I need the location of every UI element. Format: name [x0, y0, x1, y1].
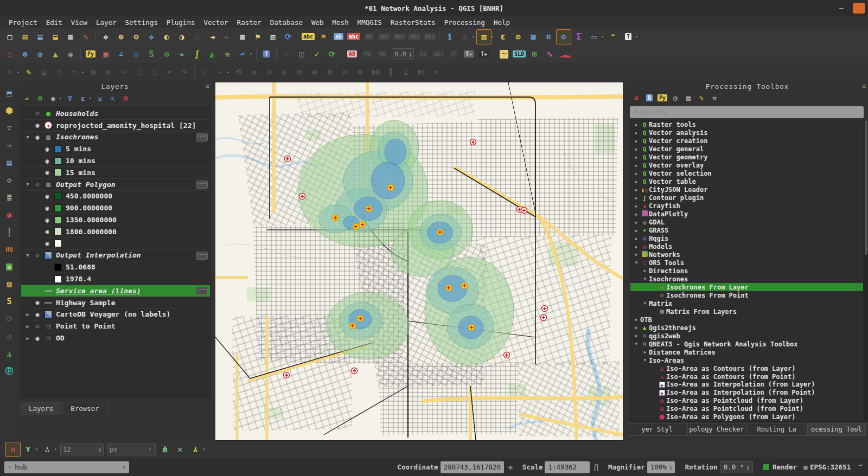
layer-row-51-0688[interactable]: 51.0688	[21, 261, 210, 273]
layout-manager-icon[interactable]: ▦	[63, 30, 78, 44]
visibility-eye-icon[interactable]: ◉	[32, 121, 43, 129]
quickosm-icon[interactable]: ⊙	[2, 260, 16, 274]
visibility-eye-icon[interactable]: ◉	[42, 204, 53, 212]
change-label-icon[interactable]: abc	[392, 30, 406, 44]
processing-toolbox-icon[interactable]: ⚙	[557, 30, 571, 44]
text-bigger-icon[interactable]: T+	[477, 47, 491, 61]
dsm-tool-icon[interactable]: ◭	[205, 47, 219, 61]
cityjson-loader-icon[interactable]: ┋	[2, 225, 16, 239]
proc-item-vector-table[interactable]: ▶QVector table	[630, 178, 863, 186]
street-view-icon[interactable]: ◫	[295, 47, 309, 61]
quickmapservices-icon[interactable]: S	[144, 47, 158, 61]
open-layer-styling-icon[interactable]: ✑	[21, 92, 33, 104]
hospital-marker-selected[interactable]	[366, 206, 372, 212]
remove-layer-icon[interactable]: ⊠	[120, 92, 132, 104]
proc-item-iso-area-as-interpolation-from-point[interactable]: ◉Iso-Area as Interpolation (from Point)	[630, 389, 863, 397]
visibility-eye-icon[interactable]: ◉	[32, 311, 43, 318]
layer-labeling-icon[interactable]: abc	[301, 30, 315, 44]
gdrive-layer-icon[interactable]: ◮	[2, 346, 16, 361]
save-project-icon[interactable]: ⬓	[33, 30, 47, 44]
menu-settings[interactable]: Settings	[121, 17, 162, 28]
hospital-marker-selected[interactable]	[446, 285, 452, 291]
fill-ring-icon[interactable]: ⊛	[323, 65, 337, 79]
select-features-icon[interactable]: ▧	[477, 30, 491, 44]
menu-project[interactable]: Project	[4, 17, 42, 28]
layer-diagram-icon[interactable]: ⚑	[316, 30, 330, 44]
proc-item-dataplotly[interactable]: ▶DataPlotly	[630, 210, 863, 218]
move-feature-icon[interactable]: ⟲	[232, 65, 246, 79]
hospital-marker[interactable]	[542, 306, 548, 312]
menu-mmqgis[interactable]: MMQGIS	[353, 17, 386, 28]
menu-raster[interactable]: Raster	[233, 17, 266, 28]
layer-row-cartodb-voyager-no-labels[interactable]: ▶◉CartoDB Voyager (no labels)	[21, 309, 210, 321]
select-by-expression-icon[interactable]: ε	[496, 30, 510, 44]
save-project-as-icon[interactable]: ⬓	[48, 30, 62, 44]
layer-row-1800-0000000[interactable]: ◉1800.0000000	[21, 226, 210, 238]
rotation-input[interactable]: 0.0 °▲▼	[720, 461, 753, 473]
proc-item-isochrones[interactable]: ▼Isochrones	[630, 275, 863, 283]
save-edits-icon[interactable]: ⬓	[37, 65, 51, 79]
vertex-tool-icon[interactable]: ✛	[213, 65, 227, 79]
hospital-marker[interactable]	[285, 156, 291, 162]
layer-row-15-mins[interactable]: ◉15 mins	[21, 167, 210, 179]
profile-plot-icon[interactable]: ∿	[542, 47, 557, 61]
current-edits-icon[interactable]: ✎	[3, 65, 17, 79]
proc-item-qgis2threejs[interactable]: ▶▲Qgis2threejs	[630, 324, 863, 332]
curved-label-icon[interactable]: abc	[407, 30, 422, 44]
models-menu-icon[interactable]: ⚙	[630, 92, 642, 104]
paste-features-icon[interactable]: ❒	[147, 65, 161, 79]
hospital-marker[interactable]	[504, 352, 510, 358]
measure-line-icon[interactable]: ▭	[587, 30, 601, 44]
visibility-eye-icon[interactable]: ◉	[42, 216, 53, 224]
profile-tool-icon[interactable]: ∠	[114, 47, 128, 61]
filter-by-expression-dropdown[interactable]: ▾	[89, 96, 93, 101]
snapping-type-dropdown[interactable]: ▾	[54, 447, 59, 452]
menu-database[interactable]: Database	[266, 17, 307, 28]
proc-item-iso-area-as-contours-from-layer[interactable]: ◬Iso-Area as Contours (from Layer)	[630, 364, 863, 372]
manage-map-themes-dropdown[interactable]: ▾	[59, 96, 63, 101]
processing-scrollbar[interactable]	[864, 120, 868, 422]
osm-edit-icon[interactable]: ▨	[2, 277, 16, 291]
show-bookmarks-icon[interactable]: ▥	[266, 30, 280, 44]
right-dock-tab-0[interactable]: yer Styl	[628, 423, 686, 436]
visibility-eye-icon[interactable]: ∅	[32, 181, 43, 188]
visibility-eye-icon[interactable]: ◉	[42, 192, 53, 200]
menu-web[interactable]: Web	[307, 17, 328, 28]
layer-edit-badge[interactable]	[196, 287, 208, 295]
filter-legend-icon[interactable]: ∇	[64, 92, 76, 104]
r-scripts-icon[interactable]: R	[643, 92, 655, 104]
epsg-label[interactable]: EPSG:32651	[810, 463, 851, 471]
undo-icon[interactable]: ↶	[162, 65, 176, 79]
text-annotation-icon[interactable]: T	[621, 30, 635, 44]
snapping-intersection-icon[interactable]: ✕	[173, 442, 187, 456]
menu-view[interactable]: View	[67, 17, 92, 28]
contour-tool-icon[interactable]: ʃ	[190, 47, 204, 61]
hospital-marker[interactable]	[521, 208, 527, 214]
undo-blue-icon[interactable]: ↶	[235, 47, 250, 61]
expander-icon[interactable]: ▶	[633, 212, 640, 217]
crs-globe-icon[interactable]: ◍	[803, 463, 808, 471]
visibility-eye-icon[interactable]: ◉	[42, 240, 53, 247]
slash-label-icon[interactable]: abc	[423, 30, 437, 44]
geocode-globe-icon[interactable]: ◍	[33, 47, 47, 61]
menu-mesh[interactable]: Mesh	[328, 17, 353, 28]
delete-selected-icon[interactable]: ⌦	[101, 65, 116, 79]
hospital-marker-selected[interactable]	[462, 283, 468, 289]
digitize-ADJ-icon[interactable]: ADJ	[431, 47, 445, 61]
processing-search-input[interactable]: ⌕ Search…	[630, 106, 864, 118]
zoom-to-selection-icon[interactable]: ◐	[159, 30, 174, 44]
expander-icon[interactable]: ▼	[23, 134, 32, 140]
history-icon[interactable]: ◷	[669, 92, 681, 104]
rotate-label-icon[interactable]: abc	[377, 30, 391, 44]
table-sync-icon[interactable]: ⟳	[325, 47, 339, 61]
new-mesh-layer-icon[interactable]: ▤	[2, 156, 16, 170]
hospital-marker-selected[interactable]	[469, 325, 475, 331]
hospital-marker-selected[interactable]	[437, 229, 443, 235]
add-ring-icon[interactable]: ⊚	[292, 65, 307, 79]
hospital-marker[interactable]	[541, 315, 547, 321]
expander-icon[interactable]: ▼	[633, 342, 640, 346]
move-label-icon[interactable]: ab	[362, 30, 376, 44]
proc-item-hqgis[interactable]: ▶⚙Hqgis	[630, 235, 863, 243]
visibility-eye-icon[interactable]: ∅	[32, 287, 43, 294]
new-spatialite-layer-icon[interactable]: ✑	[2, 138, 16, 152]
